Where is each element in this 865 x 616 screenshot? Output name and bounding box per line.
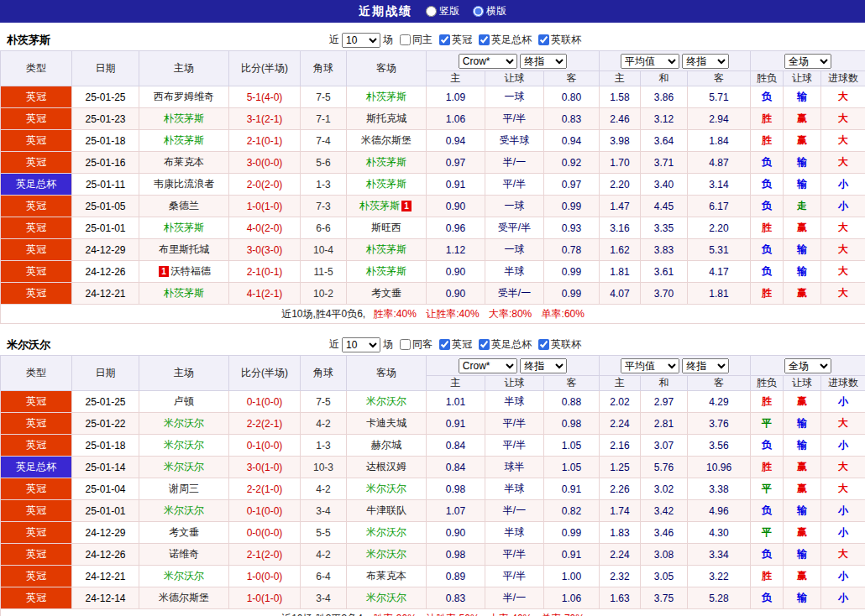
average-odds-select[interactable]: 平均值: [621, 54, 679, 69]
result-handicap: 输: [784, 435, 821, 457]
league-badge: 英冠: [1, 413, 72, 435]
home-team-cell: 米尔沃尔: [139, 413, 229, 435]
team-link[interactable]: 朴茨茅斯: [366, 265, 406, 277]
championship-checkbox[interactable]: [439, 339, 450, 350]
team-link[interactable]: 桑德兰: [169, 200, 199, 211]
same-venue-option[interactable]: 同主: [396, 33, 432, 47]
scope-select[interactable]: 全场: [784, 54, 831, 69]
scope-select[interactable]: 全场: [784, 358, 831, 373]
match-score: 1-0(1-0): [229, 587, 301, 609]
team-link[interactable]: 牛津联队: [366, 504, 406, 516]
final-odds-select[interactable]: 终指: [682, 358, 729, 373]
team-link[interactable]: 斯托克城: [366, 112, 406, 124]
team-link[interactable]: 米尔沃尔: [366, 548, 406, 560]
team-link[interactable]: 朴茨茅斯: [359, 200, 400, 211]
team-link[interactable]: 朴茨茅斯: [164, 287, 204, 299]
team-link[interactable]: 卡迪夫城: [366, 417, 406, 429]
final-odds-select[interactable]: 终指: [682, 54, 729, 69]
euro-home-odds: 4.07: [600, 283, 641, 305]
team-link[interactable]: 沃特福德: [170, 265, 211, 277]
eflcup-checkbox[interactable]: [538, 339, 549, 350]
league-filter-facup[interactable]: 英足总杯: [474, 33, 532, 47]
match-count-select[interactable]: 10: [342, 33, 380, 48]
games-label: 场: [383, 33, 393, 47]
final-odds-select[interactable]: 终指: [520, 54, 567, 69]
result-outcome: 负: [751, 500, 784, 522]
result-goals: 大: [821, 152, 865, 174]
team-link[interactable]: 米尔沃尔: [164, 439, 204, 451]
team-link[interactable]: 考文垂: [169, 526, 199, 538]
team-link[interactable]: 达根汉姆: [366, 461, 406, 472]
team-link[interactable]: 朴茨茅斯: [366, 156, 406, 168]
league-badge: 英冠: [1, 130, 72, 152]
same-venue-checkbox[interactable]: [400, 34, 411, 45]
facup-checkbox[interactable]: [479, 339, 490, 350]
col-asia-home: 主: [427, 376, 485, 391]
layout-vertical-option[interactable]: 竖版: [426, 4, 459, 18]
team-link[interactable]: 卢顿: [174, 395, 194, 407]
team-link[interactable]: 米尔沃尔: [366, 526, 406, 538]
team-link[interactable]: 韦康比流浪者: [154, 178, 214, 190]
away-team-cell: 赫尔城: [347, 435, 427, 457]
league-filter-eflcup[interactable]: 英联杯: [534, 33, 581, 47]
eflcup-checkbox[interactable]: [538, 34, 549, 45]
team-link[interactable]: 米尔沃尔: [164, 417, 204, 429]
average-odds-select[interactable]: 平均值: [621, 358, 679, 373]
team-link[interactable]: 斯旺西: [371, 222, 401, 233]
team-link[interactable]: 米尔沃尔: [366, 395, 406, 407]
team-link[interactable]: 朴茨茅斯: [366, 243, 406, 255]
bookmaker-select[interactable]: Crow*: [459, 54, 517, 69]
same-venue-checkbox[interactable]: [400, 339, 411, 350]
layout-horizontal-radio[interactable]: [473, 6, 484, 17]
team-link[interactable]: 考文垂: [371, 287, 401, 299]
euro-home-odds: 2.02: [600, 391, 641, 413]
result-outcome: 胜: [751, 391, 784, 413]
team-link[interactable]: 米尔沃尔: [366, 483, 406, 494]
team-link[interactable]: 赫尔城: [371, 439, 401, 451]
league-filter-facup[interactable]: 英足总杯: [474, 337, 532, 352]
layout-horizontal-option[interactable]: 横版: [473, 4, 506, 18]
team-link[interactable]: 布里斯托城: [159, 243, 209, 255]
col-away: 客场: [347, 356, 427, 391]
match-row: 英冠 24-12-14 米德尔斯堡 1-0(1-0) 3-4 米尔沃尔 0.83…: [1, 587, 865, 609]
match-count-select[interactable]: 10: [342, 337, 380, 352]
team-link[interactable]: 西布罗姆维奇: [154, 91, 214, 102]
league-filter-championship[interactable]: 英冠: [435, 337, 472, 352]
championship-checkbox[interactable]: [439, 34, 450, 45]
col-result-handicap: 让球: [784, 71, 821, 86]
team-link[interactable]: 朴茨茅斯: [366, 91, 406, 102]
same-venue-option[interactable]: 同客: [396, 337, 432, 352]
corner-count: 3-4: [301, 500, 347, 522]
team-link[interactable]: 布莱克本: [164, 156, 204, 168]
league-filter-championship[interactable]: 英冠: [435, 33, 472, 47]
bookmaker-select[interactable]: Crow*: [459, 358, 517, 373]
asia-home-odds: 0.90: [427, 196, 485, 217]
result-outcome: 平: [751, 522, 784, 544]
corner-count: 5-5: [301, 522, 347, 544]
match-score: 3-0(3-0): [229, 239, 301, 261]
team-link[interactable]: 米尔沃尔: [164, 461, 204, 472]
away-team-cell: 朴茨茅斯: [347, 152, 427, 174]
facup-checkbox[interactable]: [479, 34, 490, 45]
corner-count: 3-4: [301, 587, 347, 609]
team-link[interactable]: 诺维奇: [169, 548, 199, 560]
filter-bar: 近 10 场 同客 英冠 英足总杯 英联杯: [329, 337, 581, 352]
team-link[interactable]: 米德尔斯堡: [361, 134, 412, 146]
team-link[interactable]: 布莱克本: [366, 570, 406, 582]
final-odds-select[interactable]: 终指: [520, 358, 567, 373]
team-link[interactable]: 米尔沃尔: [366, 592, 406, 603]
league-filter-eflcup[interactable]: 英联杯: [534, 337, 581, 352]
team-link[interactable]: 朴茨茅斯: [366, 178, 406, 190]
team-link[interactable]: 米德尔斯堡: [159, 592, 209, 603]
team-link[interactable]: 朴茨茅斯: [164, 134, 204, 146]
away-team-cell: 朴茨茅斯: [347, 239, 427, 261]
team-link[interactable]: 朴茨茅斯: [164, 112, 204, 124]
euro-draw-odds: 3.83: [641, 239, 688, 261]
section-header: 米尔沃尔 近 10 场 同客 英冠 英足总杯 英联杯: [0, 334, 865, 355]
result-handicap: 输: [784, 413, 821, 435]
team-link[interactable]: 谢周三: [169, 483, 199, 494]
team-link[interactable]: 米尔沃尔: [164, 570, 204, 582]
team-link[interactable]: 米尔沃尔: [164, 504, 204, 516]
layout-vertical-radio[interactable]: [426, 6, 437, 17]
team-link[interactable]: 朴茨茅斯: [164, 222, 204, 233]
